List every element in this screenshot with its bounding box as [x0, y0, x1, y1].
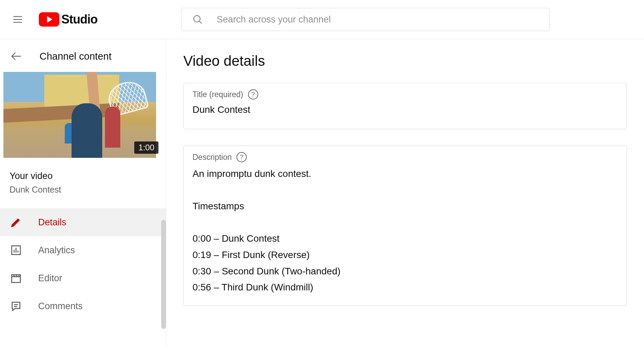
nav-label: Details — [38, 217, 66, 228]
nav-item-analytics[interactable]: Analytics — [0, 236, 166, 264]
nav-label: Comments — [38, 301, 83, 312]
pencil-icon — [10, 216, 22, 228]
hamburger-icon — [12, 14, 24, 25]
nav-item-editor[interactable]: Editor — [0, 264, 166, 292]
your-video-label: Your video — [10, 171, 156, 181]
title-field[interactable]: Title (required) ? — [183, 83, 627, 129]
duration-badge: 1:00 — [134, 141, 158, 154]
search-bar[interactable] — [182, 8, 550, 31]
video-title-small: Dunk Contest — [10, 185, 156, 195]
your-video-block: Your video Dunk Contest — [0, 158, 166, 201]
hamburger-menu-button[interactable] — [10, 12, 25, 27]
title-input[interactable] — [193, 103, 618, 120]
arrow-left-icon — [10, 50, 22, 62]
search-icon — [192, 14, 203, 25]
app-header: Studio — [0, 0, 644, 39]
clapperboard-icon — [10, 272, 22, 284]
logo-text: Studio — [61, 12, 97, 27]
description-field-label: Description — [193, 153, 232, 162]
comment-icon — [10, 300, 22, 312]
thumbnail-image — [3, 72, 156, 158]
nav-label: Analytics — [38, 245, 75, 256]
sidebar-scrollbar[interactable] — [161, 220, 166, 329]
studio-logo[interactable]: Studio — [39, 12, 97, 27]
help-icon[interactable]: ? — [248, 89, 258, 100]
main-content: Video details Title (required) ? Descrip… — [166, 39, 644, 347]
title-field-label: Title (required) — [193, 90, 243, 99]
nav-item-details[interactable]: Details — [0, 208, 166, 236]
video-thumbnail[interactable]: 1:00 — [0, 72, 166, 158]
page-title: Video details — [183, 53, 627, 69]
help-icon[interactable]: ? — [236, 152, 247, 162]
description-input[interactable] — [193, 166, 618, 295]
youtube-play-icon — [39, 12, 59, 27]
bar-chart-icon — [10, 244, 22, 256]
sidebar-nav: Details Analytics Editor — [0, 208, 166, 320]
nav-label: Editor — [38, 273, 62, 284]
sidebar: Channel content 1:00 Your video Dunk Con… — [0, 39, 166, 347]
description-field[interactable]: Description ? — [183, 146, 627, 306]
search-input[interactable] — [217, 14, 539, 25]
search-wrap — [97, 8, 634, 31]
channel-content-label: Channel content — [40, 51, 111, 62]
svg-line-4 — [199, 21, 202, 24]
sidebar-header: Channel content — [0, 39, 166, 72]
back-button[interactable] — [10, 50, 22, 62]
svg-point-3 — [194, 16, 200, 22]
nav-item-comments[interactable]: Comments — [0, 292, 166, 320]
